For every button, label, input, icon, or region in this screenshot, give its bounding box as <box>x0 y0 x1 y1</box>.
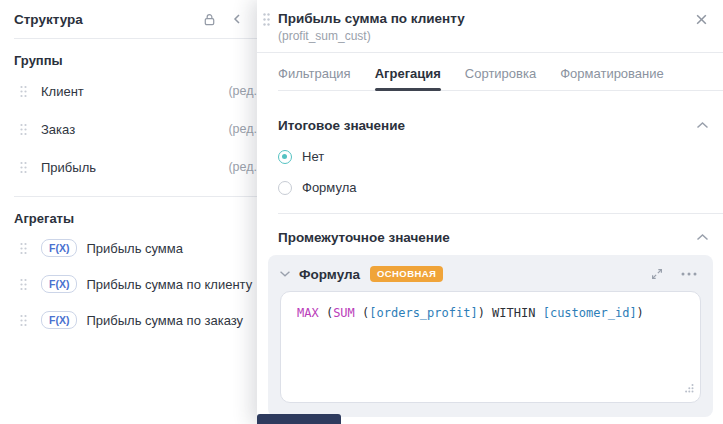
group-item[interactable]: Заказ(ред. <box>0 110 257 148</box>
code-token: MAX <box>297 306 319 320</box>
aggregate-label: Прибыль сумма по заказу <box>86 313 243 328</box>
tabs-bar: ФильтрацияАгрегацияСортировкаФорматирова… <box>278 62 723 91</box>
panel-header: Прибыль сумма по клиенту (profit_sum_cus… <box>257 0 723 45</box>
code-token: [customer_id] <box>543 306 637 320</box>
intermediate-value-heading: Промежуточное значение <box>278 230 450 245</box>
lock-icon[interactable] <box>202 12 217 27</box>
radio-option[interactable]: Нет <box>278 149 723 164</box>
group-label: Прибыль <box>41 160 96 175</box>
chevron-up-icon[interactable] <box>696 233 709 242</box>
tab-форматирование[interactable]: Форматирование <box>560 62 664 90</box>
header-divider <box>257 52 723 53</box>
radio-label: Нет <box>302 149 324 164</box>
aggregate-label: Прибыль сумма по клиенту <box>86 277 252 292</box>
code-token: SUM <box>333 306 355 320</box>
formula-code-line: MAX (SUM ([orders_profit]) WITHIN [custo… <box>297 305 684 321</box>
chevron-up-icon[interactable] <box>696 121 709 130</box>
formula-editor[interactable]: MAX (SUM ([orders_profit]) WITHIN [custo… <box>280 291 701 403</box>
field-title: Прибыль сумма по клиенту <box>278 10 723 28</box>
group-item[interactable]: Клиент(ред. <box>0 72 257 110</box>
radio-label: Формула <box>302 180 356 195</box>
aggregate-item[interactable]: F(X)Прибыль сумма по заказу <box>0 302 257 338</box>
code-token: WITHIN <box>485 306 543 320</box>
sidebar-header: Структура <box>0 0 257 38</box>
code-token: [orders_profit] <box>369 306 477 320</box>
fx-badge: F(X) <box>41 239 77 258</box>
code-token: ) <box>478 306 485 320</box>
chevron-down-icon[interactable] <box>279 270 291 278</box>
expand-icon[interactable] <box>647 264 667 284</box>
radio-unselected-icon[interactable] <box>278 181 292 195</box>
code-token: ( <box>319 306 333 320</box>
tab-сортировка[interactable]: Сортировка <box>465 62 536 90</box>
drag-handle-icon[interactable] <box>19 161 28 174</box>
group-edit-link[interactable]: (ред. <box>228 122 257 136</box>
tab-фильтрация[interactable]: Фильтрация <box>278 62 351 90</box>
code-token: ( <box>355 306 369 320</box>
group-item[interactable]: Прибыль(ред. <box>0 148 257 186</box>
drag-handle-icon[interactable] <box>19 85 28 98</box>
group-label: Клиент <box>41 84 84 99</box>
fx-badge: F(X) <box>41 275 77 294</box>
field-editor-panel: Прибыль сумма по клиенту (profit_sum_cus… <box>257 0 723 424</box>
intermediate-value-section-header: Промежуточное значение <box>278 230 709 245</box>
radio-option[interactable]: Формула <box>278 180 723 195</box>
primary-badge: ОСНОВНАЯ <box>370 266 443 282</box>
structure-sidebar: Структура Группы Клиент(ред.Заказ(ред.Пр… <box>0 0 257 424</box>
cutoff-bottom-element[interactable] <box>257 414 341 424</box>
formula-card-header: Формула ОСНОВНАЯ <box>268 255 713 291</box>
aggregates-list: F(X)Прибыль суммаF(X)Прибыль сумма по кл… <box>0 230 257 338</box>
radio-selected-icon[interactable] <box>278 150 292 164</box>
tab-агрегация[interactable]: Агрегация <box>375 62 441 90</box>
drag-handle-icon[interactable] <box>19 314 28 327</box>
aggregate-label: Прибыль сумма <box>86 241 183 256</box>
groups-heading: Группы <box>0 39 257 72</box>
aggregate-item[interactable]: F(X)Прибыль сумма по клиенту <box>0 266 257 302</box>
close-icon[interactable] <box>692 10 710 28</box>
code-token: ) <box>637 306 644 320</box>
group-edit-link[interactable]: (ред. <box>228 84 257 98</box>
aggregates-heading: Агрегаты <box>0 197 257 230</box>
aggregate-item[interactable]: F(X)Прибыль сумма <box>0 230 257 266</box>
formula-card-title: Формула <box>299 267 360 282</box>
drag-handle-icon[interactable] <box>19 278 28 291</box>
chevron-left-icon[interactable] <box>231 13 243 25</box>
total-value-options: НетФормула <box>257 149 723 195</box>
formula-card: Формула ОСНОВНАЯ <box>268 255 713 417</box>
resize-grip-icon[interactable] <box>684 381 694 397</box>
total-value-heading: Итоговое значение <box>278 118 405 133</box>
group-edit-link[interactable]: (ред. <box>228 160 257 174</box>
total-value-section-header: Итоговое значение <box>278 118 709 133</box>
section-divider <box>278 213 723 214</box>
panel-drag-handle-icon[interactable] <box>262 12 271 31</box>
field-subtitle: (profit_sum_cust) <box>278 28 723 45</box>
group-label: Заказ <box>41 122 75 137</box>
more-menu-icon[interactable] <box>679 264 699 284</box>
drag-handle-icon[interactable] <box>19 242 28 255</box>
fx-badge: F(X) <box>41 311 77 330</box>
app-window: Структура Группы Клиент(ред.Заказ(ред.Пр… <box>0 0 723 424</box>
sidebar-title: Структура <box>14 12 202 27</box>
groups-list: Клиент(ред.Заказ(ред.Прибыль(ред. <box>0 72 257 186</box>
drag-handle-icon[interactable] <box>19 123 28 136</box>
